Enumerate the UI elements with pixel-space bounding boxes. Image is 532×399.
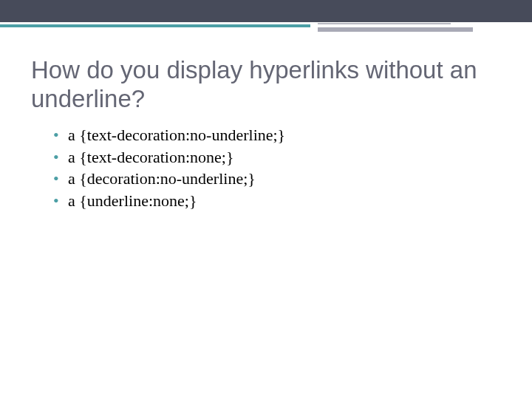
list-item: a {underline:none;} <box>53 190 501 212</box>
list-item: a {text-decoration:none;} <box>53 146 501 168</box>
slide-accent-ribbon <box>0 22 532 35</box>
list-item: a {decoration:no-underline;} <box>53 168 501 190</box>
list-item: a {text-decoration:no-underline;} <box>53 124 501 146</box>
slide-title: How do you display hyperlinks without an… <box>31 56 501 114</box>
answer-list: a {text-decoration:no-underline;} a {tex… <box>53 124 501 212</box>
slide-top-bar <box>0 0 532 22</box>
slide-body: How do you display hyperlinks without an… <box>0 35 532 212</box>
